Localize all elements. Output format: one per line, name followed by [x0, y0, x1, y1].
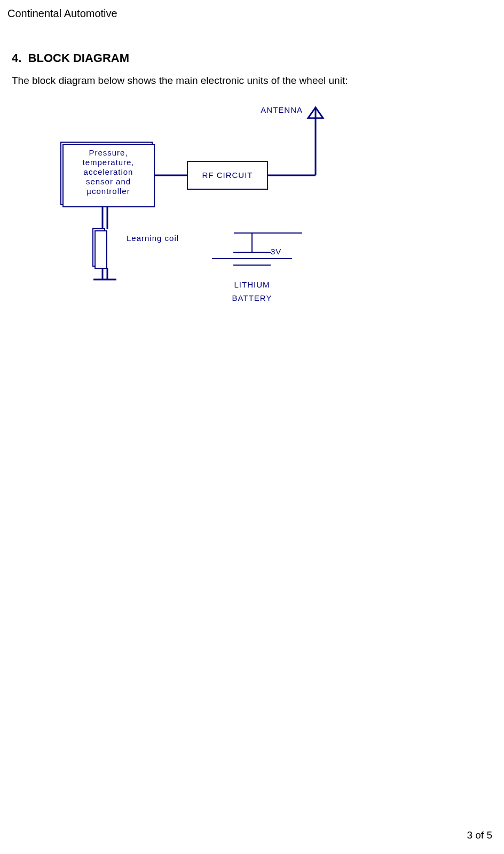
section-heading: BLOCK DIAGRAM — [28, 51, 129, 65]
battery-label-line1: LITHIUM — [234, 280, 270, 289]
battery-voltage-label: 3V — [271, 247, 281, 256]
section-title: 4. BLOCK DIAGRAM — [12, 51, 129, 65]
sensor-line1: Pressure, — [89, 148, 128, 157]
learning-coil-label: Learning coil — [127, 234, 179, 243]
battery-label-line2: BATTERY — [232, 293, 272, 302]
sensor-line3: acceleration — [84, 167, 133, 176]
page-number: 3 of 5 — [467, 829, 492, 841]
sensor-line2: temperature, — [82, 158, 134, 167]
intro-text: The block diagram below shows the main e… — [12, 75, 348, 87]
sensor-line4: sensor and — [86, 177, 131, 186]
sensor-line5: µcontroller — [86, 187, 130, 196]
rf-circuit-label: RF CIRCUIT — [202, 170, 253, 180]
block-diagram: Pressure, temperature, acceleration sens… — [12, 100, 385, 314]
antenna-label: ANTENNA — [261, 105, 303, 114]
section-number: 4. — [12, 51, 21, 65]
svg-rect-11 — [95, 231, 107, 268]
page-header: Continental Automotive — [7, 7, 117, 20]
